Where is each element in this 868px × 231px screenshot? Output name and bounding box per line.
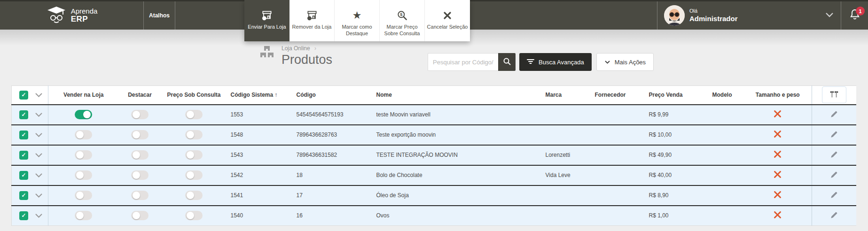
edit-product-button[interactable] [830,170,838,180]
missing-size-weight-icon [774,191,782,199]
sort-asc-icon: ↑ [274,92,277,98]
toggle-vender-na-loja[interactable] [75,110,92,119]
cell-marca: Vida Leve [542,165,591,185]
table-body: 1553 545454564575193 teste Moovin variav… [12,105,857,226]
product-row: 1541 17 Óleo de Soja R$ 8,90 [12,185,857,206]
app-logo-text: Aprenda ERP [71,8,98,23]
cell-codigo-sistema: 1540 [227,206,293,226]
toggle-destacar[interactable] [131,211,149,220]
toggle-preco-sob-consulta[interactable] [185,150,203,160]
cell-codigo: 18 [293,165,373,185]
action-cancelar-selecao[interactable]: Cancelar Seleção [425,0,470,41]
cell-fornecedor [591,165,645,185]
user-greeting-block: Olá Administrador [689,8,738,23]
toggle-destacar[interactable] [131,110,149,119]
toggle-preco-sob-consulta[interactable] [185,211,203,220]
column-header-codigo-sistema[interactable]: Código Sistema↑ [227,86,293,105]
search-input[interactable] [428,53,498,71]
row-expand-chevron-icon[interactable] [35,153,43,158]
cell-marca [542,125,591,145]
cell-nome: Óleo de Soja [373,185,542,206]
cell-fornecedor [591,145,645,165]
menu-item-atalhos[interactable]: Atalhos [144,1,175,30]
toggle-destacar[interactable] [131,150,149,160]
chevron-down-icon [604,59,610,66]
page-title: Produtos [282,53,332,67]
row-checkbox[interactable] [19,110,28,119]
column-header-tamanho-e-peso: Tamanho e peso [744,86,812,105]
row-checkbox[interactable] [19,151,28,160]
row-expand-chevron-icon[interactable] [35,173,43,178]
star-icon: ★ [352,8,362,23]
product-row: 1540 16 Ovos R$ 1,00 [12,206,857,226]
toggle-vender-na-loja[interactable] [75,130,92,139]
toggle-preco-sob-consulta[interactable] [185,191,203,200]
row-expand-chevron-icon[interactable] [35,132,43,138]
toggle-vender-na-loja[interactable] [75,211,92,220]
cell-fornecedor [591,206,645,226]
breadcrumb-separator: › [314,45,316,52]
column-header-nome: Nome [373,86,542,105]
user-menu[interactable]: Olá Administrador [657,1,841,30]
product-row: 1553 545454564575193 teste Moovin variav… [12,105,857,125]
row-checkbox[interactable] [19,191,28,200]
toggle-destacar[interactable] [131,170,149,180]
action-marcar-como-destaque[interactable]: ★ Marcar como Destaque [335,0,380,41]
cell-modelo [701,105,744,125]
cell-modelo [701,145,744,165]
search-icon [503,57,511,67]
row-expand-chevron-icon[interactable] [35,112,43,117]
edit-product-button[interactable] [830,110,838,120]
select-all-checkbox[interactable] [19,91,28,100]
toggle-preco-sob-consulta[interactable] [185,110,203,119]
column-header-vender-na-loja: Vender na Loja [48,86,119,105]
search-toolbar: Busca Avançada Mais Ações [428,53,654,71]
pencil-icon [830,173,838,180]
edit-product-button[interactable] [830,211,838,221]
cell-preco-venda: R$ 9,99 [645,105,701,125]
toggle-vender-na-loja[interactable] [75,191,92,200]
toggle-preco-sob-consulta[interactable] [185,170,203,180]
row-expand-chevron-icon[interactable] [35,213,43,218]
cell-marca [542,206,591,226]
product-row: 1548 7896436628763 Teste exportção moovi… [12,125,857,145]
row-checkbox[interactable] [19,131,28,139]
chevron-down-icon[interactable] [35,92,43,98]
edit-product-button[interactable] [830,191,838,200]
notifications-button[interactable]: 1 [841,1,868,30]
column-header-codigo: Código [293,86,373,105]
cell-codigo: 17 [293,185,373,206]
breadcrumb-loja-online[interactable]: Loja Online [282,45,310,52]
pencil-icon [830,133,838,140]
more-actions-button[interactable]: Mais Ações [596,53,654,71]
column-settings-icon [829,90,839,100]
row-expand-chevron-icon[interactable] [35,193,43,198]
user-name: Administrador [689,15,738,23]
close-icon [443,8,452,23]
row-checkbox[interactable] [19,171,28,180]
edit-product-button[interactable] [830,130,838,140]
row-checkbox[interactable] [19,211,28,220]
search-button[interactable] [498,53,516,71]
toggle-destacar[interactable] [131,130,149,139]
filter-icon [527,59,534,66]
app-logo[interactable]: Aprenda ERP [0,1,143,30]
breadcrumb: Loja Online › [282,45,332,52]
product-row: 1543 7896436631582 TESTE INTEGRAÇÃO MOOV… [12,145,857,165]
app-screen: Aprenda ERP Atalhos Olá [0,0,868,231]
action-marcar-preco-sobre-consulta[interactable]: $ Marcar Preço Sobre Consulta [380,0,425,41]
cell-marca [542,105,591,125]
cell-modelo [701,185,744,206]
toggle-vender-na-loja[interactable] [75,170,92,180]
toggle-preco-sob-consulta[interactable] [185,130,203,139]
toggle-destacar[interactable] [131,191,149,200]
column-settings-button[interactable] [822,86,846,103]
action-enviar-para-loja[interactable]: Enviar Para Loja [244,0,289,41]
action-remover-da-loja[interactable]: Remover da Loja [289,0,335,41]
missing-size-weight-icon [774,130,782,138]
advanced-search-button[interactable]: Busca Avançada [519,53,592,71]
toggle-vender-na-loja[interactable] [75,150,92,160]
store-remove-icon [306,8,318,23]
pencil-icon [830,153,838,160]
edit-product-button[interactable] [830,150,838,160]
